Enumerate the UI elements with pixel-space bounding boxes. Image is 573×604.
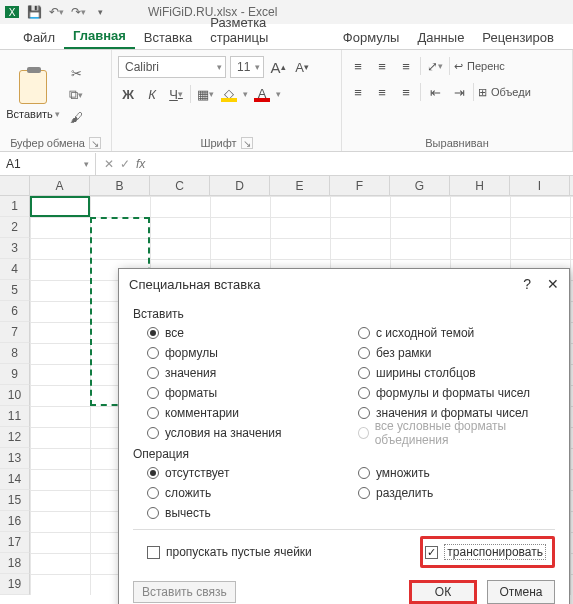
row-header[interactable]: 10 [0,385,30,406]
radio-option[interactable]: сложить [133,483,344,503]
radio-option[interactable]: с исходной темой [344,323,555,343]
radio-option[interactable]: значения [133,363,344,383]
save-icon[interactable]: 💾 [26,4,42,20]
tab-file[interactable]: Файл [14,26,64,49]
col-header[interactable]: C [150,176,210,195]
radio-option[interactable]: формулы и форматы чисел [344,383,555,403]
col-header[interactable]: B [90,176,150,195]
align-bottom-icon[interactable]: ≡ [396,57,416,75]
confirm-icon[interactable]: ✓ [120,157,130,171]
radio-option[interactable]: вычесть [133,503,344,523]
wrap-text-button[interactable]: ↩Перенс [454,60,505,73]
font-color-button[interactable]: А [252,84,272,104]
radio-option[interactable]: разделить [344,483,555,503]
radio-option[interactable]: ширины столбцов [344,363,555,383]
row-header[interactable]: 13 [0,448,30,469]
row-header[interactable]: 15 [0,490,30,511]
radio-option[interactable]: без рамки [344,343,555,363]
row-header[interactable]: 7 [0,322,30,343]
radio-option[interactable]: умножить [344,463,555,483]
col-header[interactable]: A [30,176,90,195]
skip-blanks-checkbox[interactable]: пропускать пустые ячейки [133,541,312,563]
tab-insert[interactable]: Вставка [135,26,201,49]
indent-increase-icon[interactable]: ⇥ [449,82,469,102]
cancel-icon[interactable]: ✕ [104,157,114,171]
operation-section-label: Операция [133,447,555,461]
copy-icon[interactable]: ⧉▾ [66,86,86,104]
undo-icon[interactable]: ↶▾ [48,4,64,20]
row-header[interactable]: 14 [0,469,30,490]
increase-font-icon[interactable]: A▴ [268,57,288,77]
row-header[interactable]: 18 [0,553,30,574]
orientation-icon[interactable]: ⤢▾ [425,56,445,76]
align-left-icon[interactable]: ≡ [348,83,368,101]
row-header[interactable]: 12 [0,427,30,448]
formula-input[interactable] [153,153,573,175]
row-header[interactable]: 8 [0,343,30,364]
col-header[interactable]: F [330,176,390,195]
row-header[interactable]: 3 [0,238,30,259]
tab-data[interactable]: Данные [408,26,473,49]
col-header[interactable]: H [450,176,510,195]
radio-option[interactable]: все [133,323,344,343]
underline-button[interactable]: Ч▾ [166,84,186,104]
row-header[interactable]: 1 [0,196,30,217]
formula-bar: A1 ✕ ✓ fx [0,152,573,176]
decrease-font-icon[interactable]: A▾ [292,57,312,77]
select-all-corner[interactable] [0,176,30,195]
fx-icon[interactable]: fx [136,157,145,171]
row-header[interactable]: 9 [0,364,30,385]
radio-option[interactable]: условия на значения [133,423,344,443]
cut-icon[interactable]: ✂ [66,64,86,82]
row-header[interactable]: 17 [0,532,30,553]
col-header[interactable]: D [210,176,270,195]
group-alignment: ≡ ≡ ≡ ⤢▾ ↩Перенс ≡ ≡ ≡ ⇤ ⇥ ⊞Объеди Вырав… [342,50,573,151]
transpose-checkbox[interactable]: транспонировать [425,541,546,563]
row-header[interactable]: 19 [0,574,30,595]
align-center-icon[interactable]: ≡ [372,83,392,101]
tab-formulas[interactable]: Формулы [334,26,409,49]
tab-layout[interactable]: Разметка страницы [201,11,334,49]
excel-icon: X [4,4,20,20]
italic-button[interactable]: К [142,84,162,104]
paste-button[interactable]: Вставить▾ [6,56,60,134]
fill-color-button[interactable]: ◇ [219,84,239,104]
row-header[interactable]: 6 [0,301,30,322]
align-top-icon[interactable]: ≡ [348,57,368,75]
row-header[interactable]: 16 [0,511,30,532]
tab-review[interactable]: Рецензиров [473,26,563,49]
border-button[interactable]: ▦▾ [195,84,215,104]
col-header[interactable]: I [510,176,570,195]
row-header[interactable]: 11 [0,406,30,427]
tab-home[interactable]: Главная [64,24,135,49]
col-header[interactable]: G [390,176,450,195]
cancel-button[interactable]: Отмена [487,580,555,604]
bold-button[interactable]: Ж [118,84,138,104]
dialog-help-icon[interactable]: ? [523,276,531,292]
quick-access-toolbar: X 💾 ↶▾ ↷▾ ▾ [4,4,108,20]
format-painter-icon[interactable]: 🖌 [66,108,86,126]
row-header[interactable]: 4 [0,259,30,280]
name-box[interactable]: A1 [0,153,96,175]
row-header[interactable]: 2 [0,217,30,238]
radio-option[interactable]: комментарии [133,403,344,423]
radio-option[interactable]: отсутствует [133,463,344,483]
dialog-close-icon[interactable]: ✕ [547,276,559,292]
ok-button[interactable]: ОК [409,580,477,604]
paste-section-label: Вставить [133,307,555,321]
row-header[interactable]: 5 [0,280,30,301]
col-header[interactable]: E [270,176,330,195]
qat-dropdown-icon[interactable]: ▾ [92,4,108,20]
font-launcher-icon[interactable]: ↘ [241,137,253,149]
align-right-icon[interactable]: ≡ [396,83,416,101]
indent-decrease-icon[interactable]: ⇤ [425,82,445,102]
dialog-title: Специальная вставка [129,277,260,292]
font-size-combo[interactable]: 11 [230,56,264,78]
clipboard-launcher-icon[interactable]: ↘ [89,137,101,149]
align-middle-icon[interactable]: ≡ [372,57,392,75]
font-name-combo[interactable]: Calibri [118,56,226,78]
redo-icon[interactable]: ↷▾ [70,4,86,20]
radio-option[interactable]: формулы [133,343,344,363]
merge-button[interactable]: ⊞Объеди [478,86,531,99]
radio-option[interactable]: форматы [133,383,344,403]
